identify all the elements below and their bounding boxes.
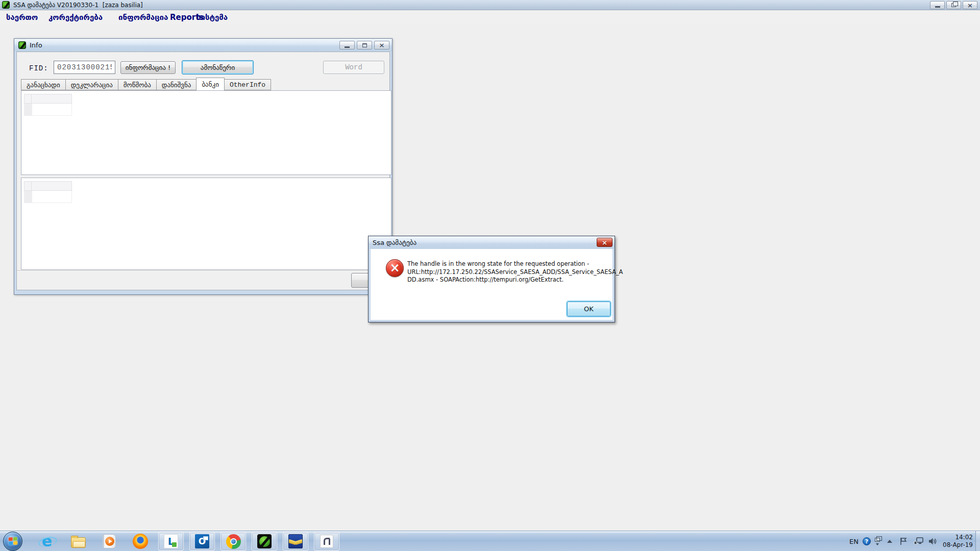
language-indicator[interactable]: EN	[849, 531, 859, 551]
error-message-line: The handle is in the wrong state for the…	[407, 260, 623, 268]
error-icon: ×	[386, 259, 404, 277]
flag-icon	[900, 537, 907, 545]
info-window-icon	[18, 41, 26, 49]
info-close-button[interactable]: ×	[374, 41, 389, 49]
grid-row	[24, 191, 72, 203]
app-logo-icon	[2, 1, 10, 9]
tab-declaration[interactable]: დეკლარაცია	[65, 79, 118, 90]
fid-label: FID:	[29, 64, 48, 72]
information-button[interactable]: ინფორმაცია !	[120, 61, 176, 74]
grid-corner-cell	[24, 94, 32, 104]
taskbar-internet-explorer[interactable]: e	[39, 533, 55, 549]
caret-down-icon	[876, 543, 879, 545]
internet-explorer-icon: e	[39, 534, 55, 549]
word-button: Word	[323, 61, 384, 74]
chevron-up-icon	[887, 540, 892, 543]
app-title: SSA დამატება V20190330-1 [zaza basilia]	[13, 2, 143, 9]
windows-flag-icon	[8, 537, 17, 546]
app-titlebar: SSA დამატება V20190330-1 [zaza basilia] …	[0, 0, 980, 10]
info-maximize-button[interactable]	[357, 41, 372, 49]
close-icon: ×	[602, 239, 607, 246]
taskbar-outlook[interactable]: O	[189, 532, 215, 550]
media-player-icon	[103, 534, 116, 548]
network-status[interactable]	[914, 531, 924, 551]
grid-header-row	[24, 181, 72, 191]
close-button[interactable]: ×	[963, 1, 977, 9]
clock-date: 08-Apr-19	[943, 541, 973, 549]
help-icon: ?	[863, 537, 871, 545]
info-minimize-button[interactable]	[339, 41, 355, 49]
maximize-icon	[362, 43, 367, 47]
info-window-client: FID: ინფორმაცია ! ამონაწერი Word განაცხა…	[16, 52, 390, 290]
grid-row	[24, 104, 72, 116]
taskbar-firefox[interactable]	[132, 533, 149, 549]
error-dialog-close-button[interactable]: ×	[597, 238, 612, 247]
start-button[interactable]	[3, 532, 22, 551]
empty-grid	[24, 181, 72, 203]
grid-row-selector	[24, 104, 32, 115]
ok-button[interactable]: OK	[567, 302, 610, 316]
tab-application[interactable]: განაცხადი	[21, 79, 66, 90]
restore-icon	[951, 3, 956, 7]
folder-icon	[71, 537, 86, 548]
taskbar-fina-app[interactable]	[314, 532, 339, 550]
close-icon: ×	[379, 42, 385, 48]
taskbar-lync[interactable]: L	[158, 532, 184, 550]
empty-grid	[24, 94, 72, 116]
taskbar-windows-explorer[interactable]	[70, 533, 86, 549]
tab-certificate[interactable]: მოწმობა	[118, 79, 157, 90]
tab-appointment[interactable]: დანიშვნა	[156, 79, 197, 90]
taskbar-media-player[interactable]	[101, 533, 117, 549]
error-message-line: DD.asmx - SOAPAction:http://tempuri.org/…	[407, 276, 623, 284]
menu-item-information[interactable]: ინფორმაცია	[118, 13, 168, 22]
grid-row-selector	[24, 191, 32, 203]
minimize-button[interactable]	[930, 1, 945, 9]
tray-app-window[interactable]	[875, 531, 880, 551]
volume-control[interactable]	[928, 531, 937, 551]
error-message: The handle is in the wrong state for the…	[407, 260, 623, 284]
minimize-icon	[935, 6, 940, 8]
info-bottom-row: ✓	[17, 270, 389, 290]
tab-bank[interactable]: ბანკი	[196, 78, 224, 90]
restore-button[interactable]	[946, 1, 961, 9]
clock[interactable]: 14:02 08-Apr-19	[939, 531, 973, 551]
info-window-titlebar[interactable]: Info ×	[14, 39, 392, 52]
clock-time: 14:02	[955, 534, 973, 541]
chrome-icon	[226, 534, 241, 549]
close-icon: ×	[967, 2, 973, 9]
taskbar-chrome[interactable]	[220, 532, 246, 550]
tray-help[interactable]: ?	[863, 531, 871, 551]
bank-list-panel-top	[21, 90, 391, 175]
fina-app-icon	[320, 535, 333, 548]
error-dialog-titlebar[interactable]: Ssa დამატება ×	[369, 236, 615, 249]
taskbar: e L O EN ?	[0, 531, 980, 551]
menu-item-correction[interactable]: კორექტირება	[48, 13, 103, 22]
grid-column-header	[32, 94, 72, 104]
show-desktop-button[interactable]	[975, 531, 980, 551]
taskbar-ssa-app[interactable]	[252, 532, 277, 550]
menu-bar: საერთო კორექტირება ინფორმაცია Reports სი…	[0, 11, 980, 24]
info-caption-buttons: ×	[339, 41, 389, 49]
error-dialog: Ssa დამატება × × The handle is in the wr…	[368, 236, 615, 322]
outlook-icon: O	[195, 534, 209, 548]
grid-corner-cell	[24, 181, 32, 191]
menu-item-system[interactable]: სისტემა	[197, 13, 228, 22]
show-hidden-icons[interactable]	[887, 531, 892, 551]
action-center[interactable]	[900, 531, 907, 551]
ssa-app-icon	[257, 534, 272, 548]
tab-otherinfo[interactable]: OtherInfo	[224, 79, 271, 90]
info-window: Info × FID: ინფორმაცია ! ამონაწერი Word …	[14, 38, 393, 295]
app-caption-buttons: ×	[930, 1, 977, 9]
taskbar-handshake-app[interactable]	[283, 532, 308, 550]
grid-column-header	[32, 181, 72, 191]
error-dialog-body: × The handle is in the wrong state for t…	[371, 249, 612, 320]
lync-icon: L	[164, 534, 178, 548]
error-message-line: URL:http://172.17.250.22/SSAService_SAES…	[407, 268, 623, 277]
menu-item-common[interactable]: საერთო	[6, 13, 38, 22]
extract-button[interactable]: ამონაწერი	[182, 60, 254, 74]
fid-input[interactable]	[54, 61, 115, 74]
mini-window-icon	[875, 538, 880, 542]
speaker-icon	[928, 537, 937, 545]
grid-cell	[32, 191, 71, 203]
firefox-icon	[133, 534, 148, 549]
